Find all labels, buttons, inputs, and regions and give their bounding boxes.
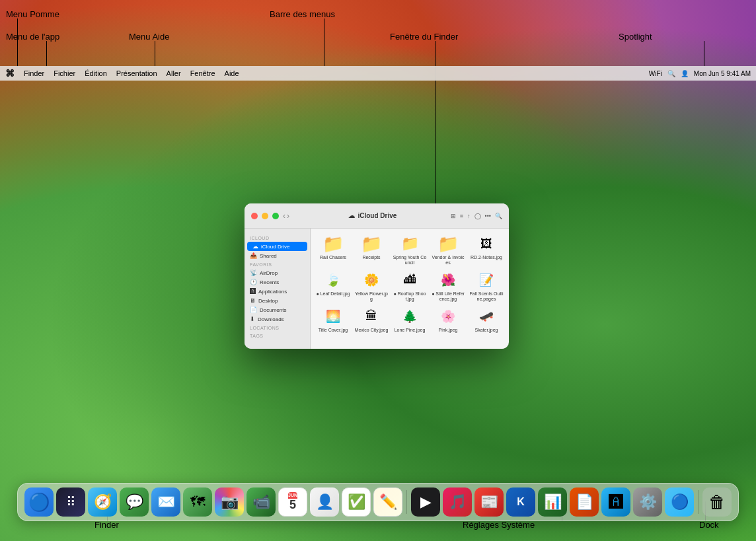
- minimize-button[interactable]: [262, 213, 268, 219]
- annotation-spotlight: Spotlight: [619, 32, 652, 42]
- dock-app-music[interactable]: 🎵: [443, 487, 472, 517]
- annotation-reglages: Réglages Système: [463, 520, 535, 530]
- file-item-leaf-detail[interactable]: 🍃 ● Leaf Detail.jpg: [316, 270, 350, 303]
- dock-app-maps[interactable]: 🗺: [183, 487, 212, 517]
- forward-button[interactable]: ›: [287, 211, 289, 221]
- folder-icon: 📁: [398, 234, 422, 254]
- arrange-icon[interactable]: ≡: [460, 213, 463, 219]
- dock-separator: [406, 490, 407, 514]
- dock-separator-2: [698, 490, 699, 514]
- sidebar-icloud-drive-label: iCloud Drive: [261, 244, 290, 250]
- fullscreen-button[interactable]: [272, 213, 279, 219]
- dock-app-facetime[interactable]: 📹: [246, 487, 276, 517]
- file-item-still-life[interactable]: 🌺 ● Still Life Reference.jpg: [431, 270, 465, 303]
- sidebar-item-icloud-drive[interactable]: ☁ iCloud Drive: [247, 242, 307, 251]
- folder-icon: 📁: [436, 234, 460, 254]
- menu-aller[interactable]: Aller: [167, 69, 181, 77]
- sidebar-airdrop-label: AirDrop: [260, 270, 278, 276]
- sidebar-item-shared[interactable]: 📤 Shared: [245, 251, 310, 260]
- keynote-icon: K: [517, 496, 525, 508]
- file-item-mexico-city[interactable]: 🏛 Mexico City.jpeg: [354, 307, 389, 333]
- file-item-rail-chasers[interactable]: 📁 Rail Chasers: [316, 234, 350, 266]
- sidebar-item-airdrop[interactable]: 📡 AirDrop: [245, 268, 310, 277]
- file-item-vendor[interactable]: 📁 Vendor & Invoices: [431, 234, 465, 266]
- sidebar-item-recents[interactable]: 🕐 Recents: [245, 277, 310, 287]
- icloud-drive-icon: ☁: [252, 243, 258, 250]
- annotation-dock-label: Dock: [699, 520, 719, 530]
- image-icon: 🌅: [321, 307, 345, 326]
- sidebar-item-desktop[interactable]: 🖥 Desktop: [245, 296, 310, 305]
- dock-app-reminders[interactable]: ✅: [342, 487, 371, 517]
- downloads-icon: ⬇: [250, 316, 255, 322]
- clock: Mon Jun 5 9:41 AM: [694, 70, 751, 77]
- dock-app-settings[interactable]: ⚙️: [633, 487, 662, 517]
- close-button[interactable]: [251, 213, 258, 219]
- dock-app-launchpad[interactable]: ⠿: [56, 487, 85, 517]
- folder-icon: 📁: [359, 234, 383, 254]
- annotation-line-barre-menus: [324, 18, 324, 67]
- file-name: ● Rooftop Shoot.jpg: [393, 291, 427, 303]
- image-icon: 🌲: [398, 307, 422, 326]
- menu-aide[interactable]: Aide: [225, 69, 239, 77]
- dock-app-finder[interactable]: 🔵: [24, 487, 54, 517]
- file-item-title-cover[interactable]: 🌅 Title Cover.jpg: [316, 307, 350, 333]
- menu-finder[interactable]: Finder: [24, 69, 44, 77]
- file-item-skater[interactable]: 🛹 Skater.jpeg: [469, 307, 504, 333]
- file-item-pink[interactable]: 🌸 Pink.jpeg: [431, 307, 465, 333]
- reminders-icon: ✅: [348, 493, 365, 511]
- dock-app-messages[interactable]: 💬: [120, 487, 149, 517]
- messages-icon: 💬: [126, 493, 143, 511]
- dock-app-appletv[interactable]: ▶: [411, 487, 440, 517]
- dock-app-calendar[interactable]: JUN5: [278, 487, 307, 517]
- dock-app-contacts[interactable]: 👤: [310, 487, 339, 517]
- file-item-rd2-notes[interactable]: 🖼 RD.2-Notes.jpg: [469, 234, 504, 266]
- dock-app-mail[interactable]: ✉️: [151, 487, 180, 517]
- file-item-rooftop[interactable]: 🏙 ● Rooftop Shoot.jpg: [393, 270, 427, 303]
- image-icon: 🏙: [398, 270, 422, 290]
- image-icon: 🌸: [436, 307, 460, 326]
- finder-body: iCloud ☁ iCloud Drive 📤 Shared Favoris 📡…: [245, 229, 509, 349]
- settings-icon: ⚙️: [639, 493, 657, 511]
- spotlight-icon[interactable]: 🔍: [667, 70, 675, 77]
- tag-icon[interactable]: ◯: [474, 213, 481, 219]
- annotation-line-menu-pomme: [17, 18, 18, 67]
- view-options[interactable]: ⊞: [451, 213, 456, 219]
- file-item-fall-scents[interactable]: 📝 Fall Scents Outline.pages: [469, 270, 504, 303]
- sidebar-item-downloads[interactable]: ⬇ Downloads: [245, 314, 310, 324]
- dock-app-pages[interactable]: 📄: [570, 487, 599, 517]
- file-item-spring-youth[interactable]: 📁 Spring Youth Council: [393, 234, 427, 266]
- search-icon[interactable]: 🔍: [495, 213, 502, 219]
- music-icon: 🎵: [449, 493, 467, 511]
- sidebar-item-documents[interactable]: 📄 Documents: [245, 305, 310, 314]
- menu-fichier[interactable]: Fichier: [54, 69, 75, 77]
- dock-app-trash[interactable]: 🗑: [702, 487, 732, 517]
- apple-menu[interactable]: ⌘: [5, 68, 15, 79]
- annotation-menu-aide: Menu Aide: [129, 32, 169, 42]
- menubar-right: WiFi 🔍 👤 Mon Jun 5 9:41 AM: [649, 70, 751, 77]
- appletv-icon: ▶: [420, 493, 432, 511]
- dock-app-safari[interactable]: 🧭: [88, 487, 117, 517]
- dock-app-keynote[interactable]: K: [506, 487, 535, 517]
- file-item-lone-pine[interactable]: 🌲 Lone Pine.jpeg: [393, 307, 427, 333]
- menu-fenetre[interactable]: Fenêtre: [190, 69, 215, 77]
- file-item-receipts[interactable]: 📁 Receipts: [354, 234, 389, 266]
- sidebar-desktop-label: Desktop: [258, 298, 278, 304]
- dock-app-screentime[interactable]: 🔵: [665, 487, 694, 517]
- more-icon[interactable]: •••: [485, 213, 491, 219]
- dock-app-photos[interactable]: 📷: [215, 487, 244, 517]
- finder-icon: 🔵: [28, 492, 50, 513]
- user-icon[interactable]: 👤: [681, 70, 689, 77]
- dock-app-freeform[interactable]: ✏️: [373, 487, 402, 517]
- maps-icon: 🗺: [190, 493, 205, 511]
- sidebar-applications-label: Applications: [258, 289, 287, 295]
- menu-edition[interactable]: Édition: [85, 69, 107, 77]
- dock-app-numbers[interactable]: 📊: [538, 487, 567, 517]
- dock-app-appstore[interactable]: 🅰: [601, 487, 630, 517]
- menu-presentation[interactable]: Présentation: [116, 69, 157, 77]
- dock-app-news[interactable]: 📰: [474, 487, 504, 517]
- dock: 🔵 ⠿ 🧭 💬 ✉️ 🗺 📷 📹 JUN5: [17, 483, 739, 521]
- back-button[interactable]: ‹: [283, 211, 285, 221]
- sidebar-item-applications[interactable]: 🅰 Applications: [245, 287, 310, 296]
- share-icon[interactable]: ↑: [467, 213, 471, 219]
- file-item-yellow-flower[interactable]: 🌼 Yellow Flower.jpg: [354, 270, 389, 303]
